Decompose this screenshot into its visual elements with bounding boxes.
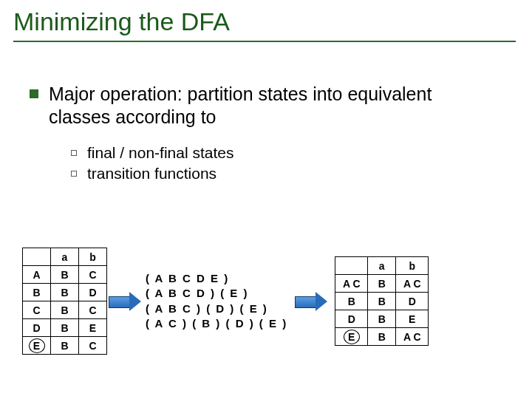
bottom-panel: abABCBBDCBCDBEEBC ( A B C D E ) ( A B C … [0,248,532,355]
transition-table-1-wrap: abABCBBDCBCDBEEBC [22,248,107,355]
table-row: ABC [23,266,107,284]
table-row: BBD [335,293,429,310]
arrow-icon [295,292,327,311]
transition-table-1: abABCBBDCBCDBEEBC [22,248,107,355]
table-cell: A C [335,275,368,293]
arrow-icon [109,292,141,311]
table-cell: D [396,293,429,310]
table-row: CBC [23,301,107,319]
sub-bullet-row: transition functions [71,165,532,183]
table-cell: E [396,310,429,328]
table-row: EBC [23,337,107,355]
table-cell: E [79,319,107,337]
table-row: DBE [335,310,429,328]
bullet-icon [30,89,38,98]
table-header [23,248,51,266]
table-row: DBE [23,319,107,337]
transition-table-2: abA CBA CBBDDBEEBA C [335,256,429,346]
table-cell: B [368,310,396,328]
sub-bullet-icon [71,171,77,177]
sub-bullet-icon [71,150,77,156]
table-cell: E [23,337,51,355]
table-cell: A C [396,275,429,293]
table-cell: B [335,293,368,310]
table-cell: B [51,301,79,319]
main-bullet-text: Major operation: partition states into e… [49,83,477,129]
main-bullet-row: Major operation: partition states into e… [30,83,532,129]
table-cell: C [79,301,107,319]
table-cell: B [51,266,79,284]
table-cell: A C [396,328,429,346]
table-row: BBD [23,284,107,301]
table-header: b [396,257,429,275]
table-cell: B [368,293,396,310]
table-header [335,257,368,275]
title-underline [13,41,516,42]
table-cell: B [51,337,79,355]
table-row: EBA C [335,328,429,346]
table-row: A CBA C [335,275,429,293]
table-cell: B [51,284,79,301]
table-cell: C [79,266,107,284]
sub-bullet-row: final / non-final states [71,144,532,162]
table-cell: A [23,266,51,284]
sub-bullet-text: final / non-final states [87,144,233,162]
table-cell: B [23,284,51,301]
table-cell: B [51,319,79,337]
transition-table-2-wrap: abA CBA CBBDDBEEBA C [335,256,429,346]
table-header: a [368,257,396,275]
table-cell: D [23,319,51,337]
table-cell: C [79,337,107,355]
partition-sequence: ( A B C D E ) ( A B C D ) ( E ) ( A B C … [146,271,287,331]
slide-title: Minimizing the DFA [0,0,532,41]
table-cell: B [368,328,396,346]
table-cell: C [23,301,51,319]
table-header: a [51,248,79,266]
table-cell: D [335,310,368,328]
sub-bullet-text: transition functions [87,165,216,183]
table-header: b [79,248,107,266]
table-cell: D [79,284,107,301]
table-cell: E [335,328,368,346]
table-cell: B [368,275,396,293]
